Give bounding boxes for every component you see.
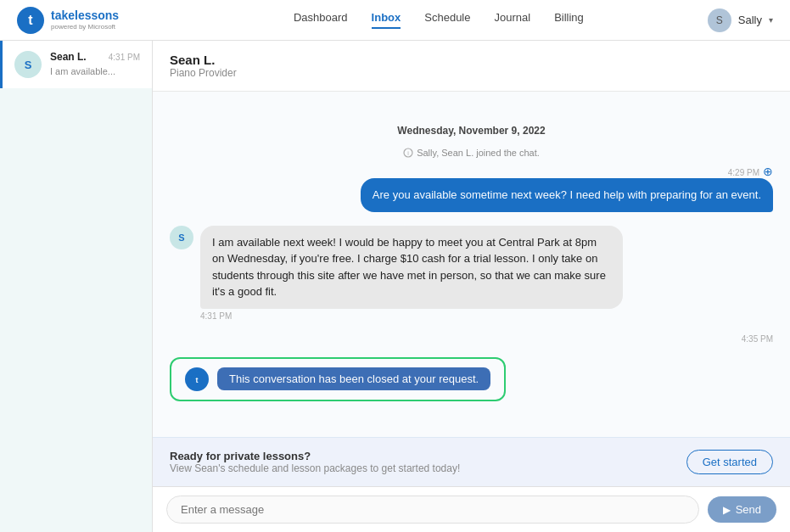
- system-join-text: Sally, Sean L. joined the chat.: [417, 148, 540, 158]
- user-area[interactable]: S Sally ▾: [708, 8, 773, 32]
- message-content: 4:29 PM ⊕ Are you available sometime nex…: [361, 165, 773, 212]
- message-row: 4:29 PM ⊕ Are you available sometime nex…: [170, 165, 773, 212]
- sidebar-preview: I am available...: [50, 66, 115, 76]
- chat-header: Sean L. Piano Provider: [153, 41, 790, 92]
- sidebar-info: Sean L. 4:31 PM I am available...: [50, 51, 140, 78]
- message-input-row: ▶ Send: [153, 486, 790, 532]
- logo-title: takelessons: [51, 9, 119, 22]
- message-input[interactable]: [166, 496, 699, 524]
- message-time: 4:31 PM: [200, 311, 623, 321]
- system-notification-time: 4:35 PM: [170, 334, 773, 344]
- message-bubble: Are you available sometime next week? I …: [361, 178, 773, 212]
- ready-banner: Ready for private lessons? View Sean's s…: [153, 437, 790, 486]
- message-content: I am available next week! I would be hap…: [200, 226, 623, 321]
- top-nav: t takelessons powered by Microsoft Dashb…: [0, 0, 790, 41]
- system-notification-wrapper: 4:35 PM t This conversation has been clo…: [170, 334, 773, 412]
- logo-area: t takelessons powered by Microsoft: [17, 7, 170, 34]
- nav-inbox[interactable]: Inbox: [372, 11, 401, 29]
- logo-subtitle: powered by Microsoft: [51, 23, 119, 31]
- date-divider-text: Wednesday, November 9, 2022: [397, 125, 545, 137]
- nav-links: Dashboard Inbox Schedule Journal Billing: [170, 11, 708, 29]
- get-started-button[interactable]: Get started: [686, 450, 773, 474]
- sidebar-avatar: S: [14, 51, 42, 78]
- sidebar-contact-name: Sean L.: [50, 51, 87, 63]
- logo-text: takelessons powered by Microsoft: [51, 9, 119, 30]
- sidebar-time: 4:31 PM: [109, 53, 140, 62]
- sidebar: S Sean L. 4:31 PM I am available...: [0, 41, 153, 532]
- chat-area: Sean L. Piano Provider Wednesday, Novemb…: [153, 41, 790, 532]
- chevron-down-icon: ▾: [769, 15, 773, 25]
- messages-area: Wednesday, November 9, 2022 i Sally, Sea…: [153, 92, 790, 437]
- ready-banner-text: Ready for private lessons? View Sean's s…: [170, 450, 460, 474]
- nav-dashboard[interactable]: Dashboard: [294, 11, 348, 29]
- message-row: S I am available next week! I would be h…: [170, 226, 773, 321]
- message-time: 4:29 PM: [728, 168, 759, 177]
- system-join-message: i Sally, Sean L. joined the chat.: [170, 148, 773, 158]
- nav-schedule[interactable]: Schedule: [424, 11, 470, 29]
- sidebar-item[interactable]: S Sean L. 4:31 PM I am available...: [0, 41, 152, 88]
- logo-icon: t: [17, 7, 44, 34]
- send-icon: ▶: [723, 504, 731, 516]
- svg-text:t: t: [196, 376, 199, 384]
- nav-journal[interactable]: Journal: [494, 11, 530, 29]
- system-notification: t This conversation has been closed at y…: [170, 357, 506, 401]
- avatar: S: [708, 8, 731, 32]
- ready-banner-subtitle: View Sean's schedule and lesson packages…: [170, 462, 460, 474]
- svg-text:i: i: [407, 150, 409, 156]
- bell-icon: i: [403, 148, 413, 158]
- chat-header-name: Sean L.: [170, 53, 773, 67]
- chat-header-role: Piano Provider: [170, 67, 773, 79]
- send-button[interactable]: ▶ Send: [708, 496, 776, 523]
- user-name: Sally: [738, 14, 762, 26]
- send-label: Send: [736, 503, 761, 516]
- system-notification-text: This conversation has been closed at you…: [217, 367, 490, 390]
- main-layout: S Sean L. 4:31 PM I am available... Sean…: [0, 41, 790, 532]
- message-bubble: I am available next week! I would be hap…: [200, 226, 623, 309]
- ready-banner-title: Ready for private lessons?: [170, 450, 460, 462]
- date-divider: Wednesday, November 9, 2022: [170, 122, 773, 137]
- takelessons-icon: t: [185, 367, 209, 391]
- nav-billing[interactable]: Billing: [554, 11, 584, 29]
- options-icon[interactable]: ⊕: [763, 165, 773, 178]
- sender-avatar: S: [170, 226, 193, 249]
